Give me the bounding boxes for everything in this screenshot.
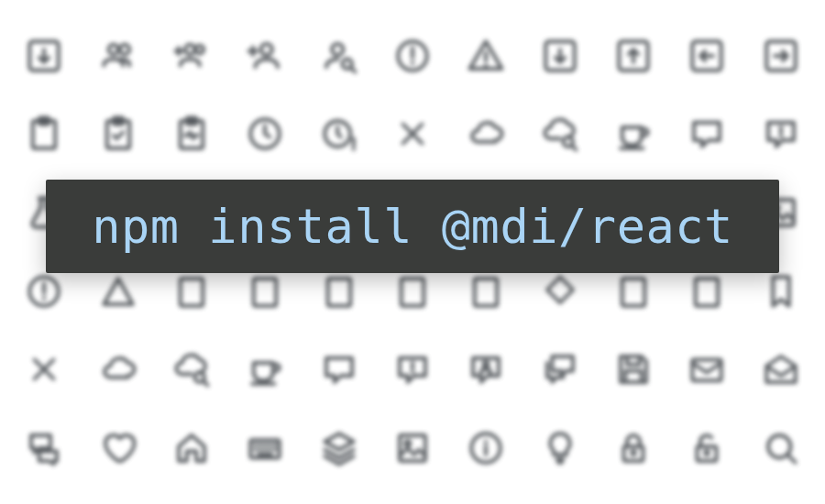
clipboard-pulse-icon [155,95,228,174]
floppy-icon [597,331,670,410]
magnify-icon [744,409,818,488]
svg-rect-29 [402,279,424,306]
heart-outline-icon [81,409,154,488]
comment-icon [670,95,743,174]
svg-point-40 [405,441,410,445]
svg-rect-39 [400,435,425,461]
install-command-text: npm install @mdi/react [92,199,733,254]
svg-point-1 [108,45,118,55]
arrow-up-box-icon [597,16,670,95]
svg-rect-27 [254,279,277,306]
comment-alert-icon [744,95,818,174]
alert-triangle-icon [449,16,522,95]
cloud-icon [449,95,522,174]
account-search-icon [302,16,375,95]
svg-rect-26 [181,279,204,306]
svg-rect-28 [327,279,350,306]
clipboard-icon [7,95,81,174]
keyboard-icon [228,409,302,488]
coffee-icon [228,331,302,410]
cloud-icon [81,331,154,410]
cloud-search-icon [155,331,228,410]
svg-rect-37 [693,360,722,381]
comment-icon [302,331,375,410]
svg-rect-30 [475,279,498,306]
comment-account-icon [449,331,522,410]
svg-point-3 [185,45,195,55]
close-thick-icon [7,331,81,410]
lock-open-icon [670,409,743,488]
close-thick-icon [376,95,449,174]
comment-multiple-icon [523,331,597,410]
account-plus-group-icon [155,16,228,95]
arrow-right-box-icon [744,16,818,95]
email-icon [670,331,743,410]
layers-icon [302,409,375,488]
alert-circle-icon [376,16,449,95]
home-icon [155,409,228,488]
svg-point-34 [484,363,489,367]
account-group-icon [81,16,154,95]
svg-point-5 [261,44,272,55]
coffee-icon [597,95,670,174]
svg-rect-32 [696,279,719,306]
account-plus-icon [228,16,302,95]
svg-point-4 [195,45,204,53]
forum-icon [7,409,81,488]
lightbulb-icon [523,409,597,488]
email-open-icon [744,331,818,410]
svg-point-43 [632,452,635,455]
svg-rect-36 [625,371,642,382]
svg-point-2 [119,45,129,55]
command-banner: npm install @mdi/react [46,180,779,273]
image-icon [376,409,449,488]
clipboard-check-icon [81,95,154,174]
clock-alert-icon [302,95,375,174]
cloud-search-icon [523,95,597,174]
svg-rect-35 [627,356,640,365]
svg-point-45 [706,452,710,455]
arrow-down-box-icon [523,16,597,95]
information-icon [449,409,522,488]
svg-point-6 [332,44,343,55]
lock-icon [597,409,670,488]
arrow-left-box-icon [670,16,743,95]
arrow-down-box-icon [7,16,81,95]
clock-icon [228,95,302,174]
comment-alert-icon [376,331,449,410]
svg-rect-31 [622,279,645,306]
